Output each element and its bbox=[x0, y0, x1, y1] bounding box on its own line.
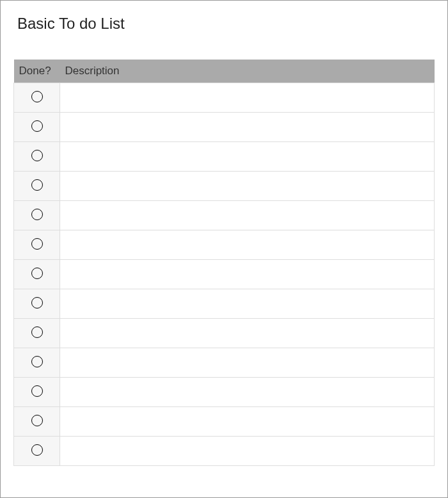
description-cell[interactable] bbox=[60, 201, 435, 230]
circle-icon bbox=[31, 385, 43, 397]
table-body bbox=[14, 83, 435, 466]
done-cell[interactable] bbox=[14, 378, 60, 407]
circle-icon bbox=[31, 326, 43, 338]
circle-icon bbox=[31, 150, 43, 161]
table-row bbox=[14, 289, 435, 319]
description-cell[interactable] bbox=[60, 230, 435, 260]
table-row bbox=[14, 201, 435, 230]
header-description: Description bbox=[60, 60, 435, 83]
description-cell[interactable] bbox=[60, 83, 435, 113]
table-row bbox=[14, 172, 435, 201]
done-cell[interactable] bbox=[14, 260, 60, 289]
circle-icon bbox=[31, 209, 43, 220]
description-cell[interactable] bbox=[60, 113, 435, 142]
done-cell[interactable] bbox=[14, 407, 60, 437]
table-row bbox=[14, 260, 435, 289]
circle-icon bbox=[31, 120, 43, 132]
done-cell[interactable] bbox=[14, 348, 60, 378]
table-row bbox=[14, 83, 435, 113]
table-row bbox=[14, 142, 435, 172]
circle-icon bbox=[31, 415, 43, 426]
circle-icon bbox=[31, 444, 43, 456]
todo-table: Done? Description bbox=[13, 60, 435, 466]
done-cell[interactable] bbox=[14, 230, 60, 260]
description-cell[interactable] bbox=[60, 142, 435, 172]
circle-icon bbox=[31, 238, 43, 250]
table-row bbox=[14, 407, 435, 437]
circle-icon bbox=[31, 91, 43, 102]
done-cell[interactable] bbox=[14, 201, 60, 230]
done-cell[interactable] bbox=[14, 113, 60, 142]
done-cell[interactable] bbox=[14, 172, 60, 201]
done-cell[interactable] bbox=[14, 289, 60, 319]
circle-icon bbox=[31, 268, 43, 279]
description-cell[interactable] bbox=[60, 319, 435, 348]
table-row bbox=[14, 378, 435, 407]
table-row bbox=[14, 319, 435, 348]
circle-icon bbox=[31, 179, 43, 191]
done-cell[interactable] bbox=[14, 319, 60, 348]
description-cell[interactable] bbox=[60, 260, 435, 289]
page-title: Basic To do List bbox=[13, 15, 435, 33]
description-cell[interactable] bbox=[60, 289, 435, 319]
done-cell[interactable] bbox=[14, 437, 60, 466]
circle-icon bbox=[31, 297, 43, 309]
page-container: Basic To do List Done? Description bbox=[1, 1, 447, 479]
done-cell[interactable] bbox=[14, 83, 60, 113]
description-cell[interactable] bbox=[60, 348, 435, 378]
header-done: Done? bbox=[14, 60, 60, 83]
circle-icon bbox=[31, 356, 43, 367]
table-row bbox=[14, 113, 435, 142]
done-cell[interactable] bbox=[14, 142, 60, 172]
table-header-row: Done? Description bbox=[14, 60, 435, 83]
description-cell[interactable] bbox=[60, 407, 435, 437]
table-row bbox=[14, 437, 435, 466]
description-cell[interactable] bbox=[60, 378, 435, 407]
table-row bbox=[14, 348, 435, 378]
description-cell[interactable] bbox=[60, 172, 435, 201]
description-cell[interactable] bbox=[60, 437, 435, 466]
table-row bbox=[14, 230, 435, 260]
